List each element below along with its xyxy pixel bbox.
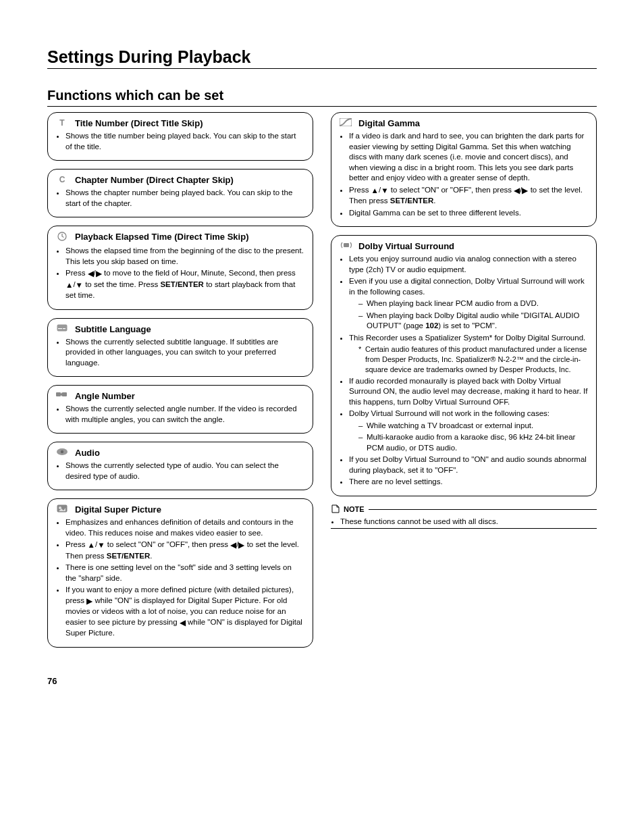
- left-icon: ◀: [88, 269, 94, 280]
- box-digital-super-picture: Digital Super Picture Emphasizes and enh…: [47, 498, 313, 648]
- subtitle-icon: [56, 324, 68, 334]
- svg-rect-2: [58, 328, 62, 329]
- box-angle: Angle Number Shows the currently selecte…: [47, 385, 313, 434]
- right-icon: ▶: [96, 269, 102, 280]
- page-title: Settings During Playback: [47, 47, 597, 69]
- text: If audio recorded monaurally is played b…: [349, 376, 588, 408]
- text: to move to the field of Hour, Minute, Se…: [102, 269, 296, 277]
- text: Dolby Virtual Surround will not work in …: [349, 409, 588, 453]
- box-title: Chapter Number (Direct Chapter Skip): [75, 175, 234, 185]
- text: Press ▲/▼ to select "ON" or "OFF", then …: [349, 185, 588, 207]
- text: Press ◀/▶ to move to the field of Hour, …: [65, 268, 304, 301]
- text: If you want to enjoy a more defined pict…: [65, 585, 304, 639]
- clock-icon: [56, 232, 68, 243]
- down-icon: ▼: [76, 280, 83, 291]
- text: Press: [349, 186, 371, 194]
- text: Lets you enjoy surround audio via analog…: [349, 254, 588, 275]
- page-ref: 102: [425, 321, 438, 330]
- text: This Recorder uses a Spatializer System*…: [349, 334, 585, 342]
- text: Press: [65, 269, 88, 277]
- text: While watching a TV broadcast or externa…: [358, 421, 588, 432]
- text: .: [150, 552, 152, 560]
- svg-point-10: [59, 506, 61, 509]
- note-text: These functions cannot be used with all …: [331, 517, 597, 529]
- note-label: NOTE: [344, 505, 365, 513]
- text: This lets you skip based on time.: [65, 257, 178, 265]
- divider: [369, 509, 597, 510]
- left-icon: ◀: [180, 618, 186, 629]
- text: This Recorder uses a Spatializer System*…: [349, 333, 588, 375]
- up-icon: ▲: [371, 186, 379, 197]
- page-number: 76: [47, 676, 597, 686]
- box-title: Subtitle Language: [75, 324, 151, 334]
- text: Shows the elapsed time from the beginnin…: [65, 246, 304, 255]
- text: Press: [65, 540, 88, 548]
- set-enter-label: SET/ENTER: [107, 552, 151, 560]
- down-icon: ▼: [97, 540, 105, 551]
- text: .: [433, 197, 435, 205]
- right-column: Digital Gamma If a video is dark and har…: [331, 112, 597, 656]
- right-icon: ▶: [86, 596, 92, 607]
- text: Even if you use a digital connection, Do…: [349, 276, 588, 332]
- box-title: Audio: [75, 448, 100, 458]
- box-chapter-skip: C Chapter Number (Direct Chapter Skip) S…: [47, 169, 313, 217]
- text: Shows the currently selected type of aud…: [65, 461, 304, 481]
- svg-point-8: [61, 450, 63, 453]
- text: There is one setting level on the "soft"…: [65, 563, 304, 583]
- text: When playing back Dolby Digital audio wh…: [358, 311, 588, 332]
- text: Dolby Virtual Surround will not work in …: [349, 409, 549, 417]
- text: Shows the title number being played back…: [65, 131, 304, 152]
- note-icon: [331, 504, 340, 515]
- left-column: T Title Number (Direct Title Skip) Shows…: [47, 112, 313, 656]
- text: ) is set to "PCM".: [438, 321, 497, 330]
- dsp-icon: [56, 504, 68, 515]
- left-icon: ◀: [230, 540, 236, 551]
- up-icon: ▲: [88, 540, 95, 551]
- box-audio: Audio Shows the currently selected type …: [47, 442, 313, 490]
- text: These functions cannot be used with all …: [340, 517, 597, 525]
- down-icon: ▼: [381, 186, 388, 197]
- text: Press ▲/▼ to select "ON" or "OFF", then …: [65, 540, 304, 561]
- text: to select "ON" or "OFF", then press: [389, 186, 514, 194]
- svg-rect-5: [62, 392, 67, 396]
- svg-rect-3: [63, 328, 65, 329]
- text: to select "ON" or "OFF", then press: [105, 540, 231, 548]
- up-icon: ▲: [65, 280, 73, 291]
- box-title: Playback Elapsed Time (Direct Time Skip): [75, 232, 248, 242]
- text: Shows the elapsed time from the beginnin…: [65, 246, 304, 267]
- box-subtitle: Subtitle Language Shows the currently se…: [47, 318, 313, 377]
- gamma-icon: [340, 118, 352, 128]
- svg-rect-12: [344, 243, 349, 247]
- text: to set the time. Press: [83, 280, 160, 288]
- set-enter-label: SET/ENTER: [160, 280, 204, 288]
- box-title-skip: T Title Number (Direct Title Skip) Shows…: [47, 112, 313, 161]
- text: If a video is dark and hard to see, you …: [349, 131, 588, 184]
- box-time-skip: Playback Elapsed Time (Direct Time Skip)…: [47, 226, 313, 310]
- svg-rect-1: [57, 324, 68, 331]
- angle-icon: [56, 391, 68, 400]
- text: Shows the chapter number being played ba…: [65, 188, 304, 209]
- box-title: Digital Super Picture: [75, 504, 161, 515]
- box-title: Dolby Virtual Surround: [358, 241, 454, 251]
- note-block: NOTE These functions cannot be used with…: [331, 504, 597, 529]
- text: There are no level settings.: [349, 477, 588, 488]
- chapter-icon: C: [56, 175, 68, 184]
- text: Emphasizes and enhances definition of de…: [65, 517, 304, 538]
- box-title: Digital Gamma: [358, 118, 420, 128]
- box-digital-gamma: Digital Gamma If a video is dark and har…: [331, 112, 597, 227]
- text: Shows the currently selected subtitle la…: [65, 337, 304, 369]
- svg-rect-4: [56, 392, 61, 396]
- svg-marker-6: [61, 392, 62, 396]
- text: Multi-karaoke audio from a karaoke disc,…: [358, 432, 588, 453]
- section-title: Functions which can be set: [47, 88, 597, 107]
- set-enter-label: SET/ENTER: [390, 197, 434, 205]
- text: Digital Gamma can be set to three differ…: [349, 208, 588, 219]
- text: Even if you use a digital connection, Do…: [349, 277, 585, 296]
- audio-icon: [56, 448, 68, 458]
- manual-page: Settings During Playback Functions which…: [0, 0, 644, 713]
- box-title: Title Number (Direct Title Skip): [75, 118, 203, 128]
- left-icon: ◀: [514, 186, 520, 197]
- footnote: Certain audio features of this product m…: [358, 344, 588, 375]
- columns: T Title Number (Direct Title Skip) Shows…: [47, 112, 597, 656]
- text: If you set Dolby Virtual Surround to "ON…: [349, 454, 588, 475]
